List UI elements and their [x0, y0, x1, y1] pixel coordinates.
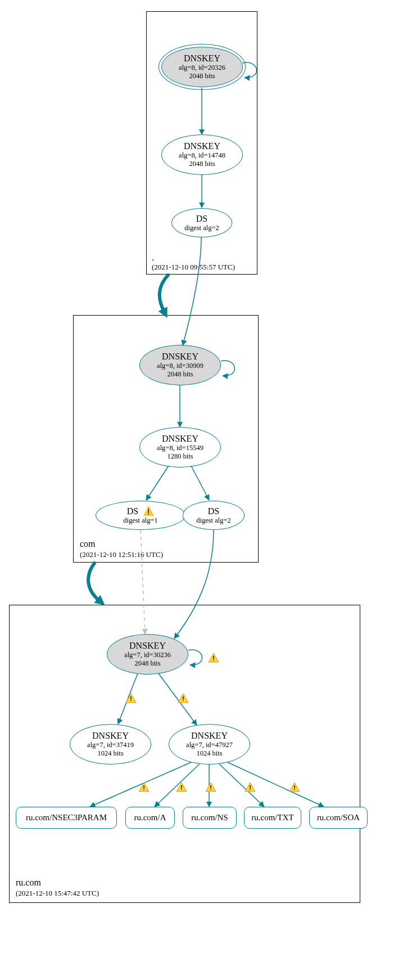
rr-txt[interactable]: ru.com/TXT	[244, 807, 301, 829]
node-sub: digest alg=1	[123, 516, 158, 525]
node-sub2: 1280 bits	[167, 452, 193, 461]
svg-text:!: !	[212, 655, 215, 662]
rr-a[interactable]: ru.com/A	[125, 807, 175, 829]
node-sub: digest alg=2	[196, 516, 231, 525]
warning-icon: !	[125, 693, 137, 703]
node-com-ds1[interactable]: DS ⚠️ digest alg=1	[96, 501, 185, 530]
node-com-ksk[interactable]: DNSKEY alg=8, id=30909 2048 bits	[139, 345, 221, 385]
warning-icon: !	[208, 653, 219, 663]
node-title: DNSKEY	[92, 731, 129, 741]
svg-text:!: !	[249, 784, 251, 791]
rr-ns[interactable]: ru.com/NS	[183, 807, 237, 829]
node-sub2: 2048 bits	[189, 160, 215, 168]
node-rucom-ksk[interactable]: DNSKEY alg=7, id=30236 2048 bits	[107, 634, 188, 675]
node-title: DNSKEY	[162, 352, 198, 362]
warning-icon: !	[205, 782, 216, 792]
node-sub2: 2048 bits	[167, 370, 193, 379]
zone-root-ts: (2021-12-10 09:55:57 UTC)	[152, 263, 235, 272]
warning-icon: !	[178, 693, 189, 703]
node-com-ds2[interactable]: DS digest alg=2	[183, 501, 245, 530]
node-sub: digest alg=2	[184, 224, 219, 232]
node-sub: alg=7, id=30236	[124, 651, 171, 659]
node-sub2: 1024 bits	[97, 749, 123, 758]
node-sub2: 2048 bits	[189, 72, 215, 80]
node-title: DNSKEY	[184, 141, 220, 151]
zone-rucom-name: ru.com	[16, 878, 41, 888]
svg-text:!: !	[293, 784, 296, 791]
svg-text:!: !	[210, 784, 212, 791]
warning-icon: !	[176, 782, 187, 792]
warning-icon: !	[138, 782, 150, 792]
node-root-zsk[interactable]: DNSKEY alg=8, id=14748 2048 bits	[161, 134, 243, 175]
node-title: DNSKEY	[184, 53, 220, 64]
node-sub: alg=8, id=14748	[179, 151, 225, 160]
node-rucom-zsk2[interactable]: DNSKEY alg=7, id=47927 1024 bits	[169, 724, 250, 765]
svg-text:!: !	[180, 784, 183, 791]
rr-nsec3param[interactable]: ru.com/NSEC3PARAM	[16, 807, 117, 829]
zone-rucom-ts: (2021-12-10 15:47:42 UTC)	[16, 889, 99, 898]
node-sub: alg=8, id=15549	[157, 444, 203, 452]
zone-com-name: com	[80, 539, 96, 549]
node-title: DS	[196, 214, 207, 224]
zone-com-ts: (2021-12-10 12:51:16 UTC)	[80, 550, 163, 559]
warning-icon: !	[289, 782, 300, 792]
node-sub: alg=8, id=20326	[179, 64, 225, 72]
node-title: DNSKEY	[129, 641, 166, 651]
svg-text:!: !	[182, 695, 184, 702]
node-title: DS ⚠️	[127, 506, 154, 516]
node-title: DS	[208, 506, 219, 516]
node-com-zsk[interactable]: DNSKEY alg=8, id=15549 1280 bits	[139, 427, 221, 467]
warning-icon: !	[245, 782, 256, 792]
svg-text:!: !	[130, 695, 132, 702]
node-title: DNSKEY	[191, 731, 228, 741]
node-rucom-zsk1[interactable]: DNSKEY alg=7, id=37419 1024 bits	[70, 724, 151, 765]
node-sub2: 1024 bits	[196, 749, 222, 758]
svg-text:!: !	[143, 784, 145, 791]
node-title: DNSKEY	[162, 434, 198, 444]
node-sub: alg=7, id=37419	[87, 741, 134, 749]
node-sub: alg=7, id=47927	[186, 741, 233, 749]
node-sub: alg=8, id=30909	[157, 362, 203, 370]
zone-root-name: .	[152, 253, 154, 263]
node-sub2: 2048 bits	[134, 659, 160, 668]
node-root-ksk[interactable]: DNSKEY alg=8, id=20326 2048 bits	[161, 47, 243, 87]
node-root-ds[interactable]: DS digest alg=2	[171, 208, 232, 237]
rr-soa[interactable]: ru.com/SOA	[309, 807, 368, 829]
